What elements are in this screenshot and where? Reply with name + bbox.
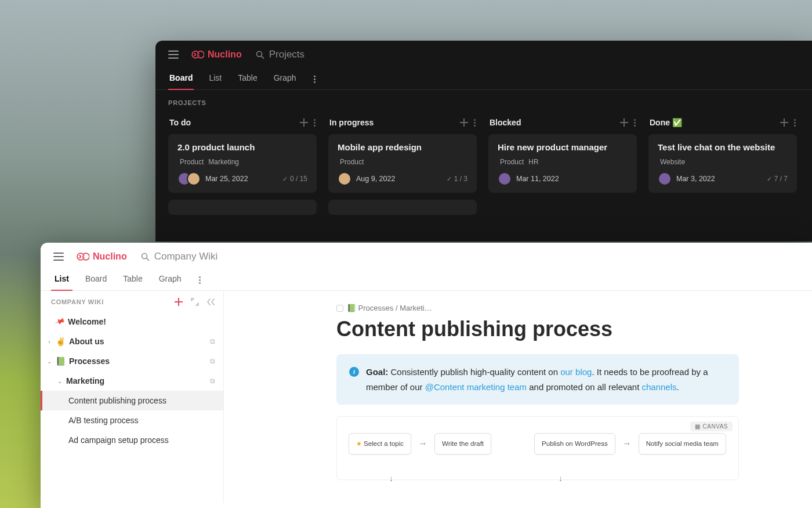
hamburger-menu-icon[interactable] [168,51,179,59]
hamburger-menu-icon[interactable] [53,253,64,261]
avatar [658,172,672,186]
link-our-blog[interactable]: our blog [560,367,592,377]
card[interactable]: Test live chat on the website Website Ma… [648,134,797,193]
link-channels[interactable]: channels [642,382,677,392]
card[interactable]: 2.0 product launch Product Marketing Mar… [168,134,317,193]
tag: HR [528,158,538,166]
page-tree: 📌 Welcome! ›✌️ About us ⧉ ⌄📗 Processes ⧉… [41,312,223,450]
column-title: To do [169,118,191,127]
brand-name: Nuclino [93,251,127,262]
tree-item-content-publishing[interactable]: Content publishing process [41,391,223,410]
tree-item-about[interactable]: ›✌️ About us ⧉ [41,332,223,351]
card-stub[interactable] [328,200,477,215]
brand-name: Nuclino [208,49,242,60]
search-placeholder: Projects [269,49,304,60]
chevron-down-icon: ⌄ [46,358,52,365]
add-card-icon[interactable] [460,118,468,127]
canvas-block[interactable]: ▦ CANVAS ★Select a topic Write the draft… [336,416,739,480]
sidebar-header: COMPANY WIKI [41,291,223,312]
emoji-icon: ✌️ [56,337,66,346]
view-tabs: Board List Table Graph [155,65,812,90]
column-menu-icon[interactable] [794,119,796,127]
card[interactable]: Mobile app redesign Product Aug 9, 2022 … [328,134,477,193]
card-tags: Website [660,158,788,166]
duplicate-icon[interactable]: ⧉ [210,377,215,385]
avatar-stack [498,172,512,186]
tab-graph[interactable]: Graph [273,69,298,89]
avatar [498,172,512,186]
search-field[interactable]: Projects [256,49,304,60]
sidebar: COMPANY WIKI 📌 Welcome! ›✌️ About us ⧉ [41,291,224,503]
card-title: 2.0 product launch [177,142,307,152]
card-tags: Product HR [500,158,628,166]
column-header: To do [168,116,317,134]
flow-node[interactable]: Write the draft [434,433,491,455]
card-tags: Product [340,158,467,166]
checklist-icon: ✓ [767,175,772,183]
duplicate-icon[interactable]: ⧉ [210,337,215,345]
card-title: Mobile app redesign [338,142,467,152]
tab-graph[interactable]: Graph [158,269,183,290]
card-date: Mar 25, 2022 [205,175,248,183]
chevron-right-icon: › [46,338,52,345]
tree-item-processes[interactable]: ⌄📗 Processes ⧉ [41,351,223,371]
tab-table[interactable]: Table [237,69,258,89]
tree-item-ab-testing[interactable]: A/B testing process [41,410,223,430]
tree-item-marketing[interactable]: ⌄ Marketing ⧉ [41,371,223,391]
info-icon: i [349,367,359,377]
tab-board[interactable]: Board [84,269,108,290]
card-progress: ✓0 / 15 [282,175,307,183]
column-blocked: Blocked Hire new product manager Product… [488,116,637,215]
tree-item-ad-campaign[interactable]: Ad campaign setup process [41,430,223,450]
column-todo: To do 2.0 product launch Product Marketi… [168,116,317,215]
brain-icon [74,251,89,262]
column-header: Done ✅ [648,116,797,134]
avatar [187,172,201,186]
add-card-icon[interactable] [620,118,628,127]
collapse-sidebar-icon[interactable] [207,298,215,306]
search-placeholder: Company Wiki [154,251,218,262]
add-card-icon[interactable] [780,118,788,127]
brand-logo[interactable]: Nuclino [74,251,127,262]
flowchart: ★Select a topic Write the draft Publish … [349,433,727,455]
dark-header: Nuclino Projects [155,41,812,65]
checkbox-icon[interactable] [336,305,343,312]
tag: Marketing [208,158,239,166]
checklist-icon: ✓ [282,175,288,183]
column-menu-icon[interactable] [634,119,636,127]
emoji-icon: 📗 [56,356,66,366]
add-page-icon[interactable] [175,298,183,306]
tab-table[interactable]: Table [122,269,143,290]
tabs-more-icon[interactable] [197,274,203,286]
column-inprogress: In progress Mobile app redesign Product [328,116,477,215]
flow-node[interactable]: Notify social media team [639,433,726,455]
mention[interactable]: @Content marketing team [425,382,527,392]
card-date: Mar 11, 2022 [516,175,559,183]
card[interactable]: Hire new product manager Product HR Mar … [488,134,637,193]
column-header: Blocked [488,116,637,134]
search-icon [141,253,150,261]
flow-node[interactable]: ★Select a topic [349,433,411,455]
tab-list[interactable]: List [208,69,223,89]
flow-node[interactable]: Publish on WordPress [534,433,615,455]
brand-logo[interactable]: Nuclino [189,49,242,60]
card-date: Aug 9, 2022 [356,175,395,183]
tab-list[interactable]: List [53,269,70,290]
callout-block[interactable]: i Goal: Consistently publish high-qualit… [336,354,739,405]
expand-icon[interactable] [191,298,199,306]
tree-item-welcome[interactable]: 📌 Welcome! [41,312,223,332]
card-stub[interactable] [168,200,317,215]
tabs-more-icon[interactable] [311,73,318,85]
column-menu-icon[interactable] [314,119,316,127]
page-title[interactable]: Content publishing process [224,315,812,354]
view-tabs: List Board Table Graph [41,266,812,291]
canvas-badge: ▦ CANVAS [690,421,733,431]
tab-board[interactable]: Board [168,69,194,89]
card-title: Test live chat on the website [658,142,788,152]
search-field[interactable]: Company Wiki [141,251,218,262]
duplicate-icon[interactable]: ⧉ [210,357,215,365]
card-progress: ✓7 / 7 [767,175,788,183]
column-menu-icon[interactable] [474,119,476,127]
breadcrumb[interactable]: 📗 Processes / Marketi… [224,291,812,315]
add-card-icon[interactable] [300,118,308,127]
